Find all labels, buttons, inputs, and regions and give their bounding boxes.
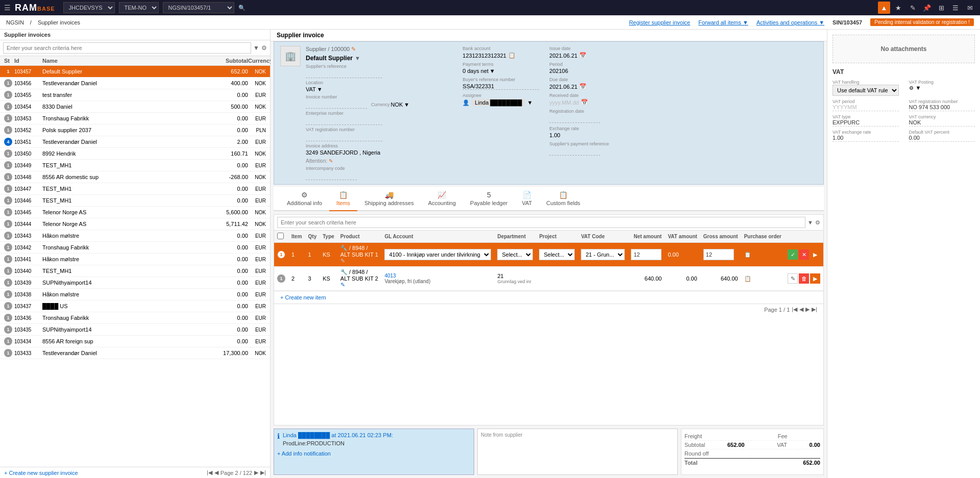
bank-edit-icon[interactable]: 📋 [508,52,516,59]
vat-handling-select[interactable]: Use default VAT rules [832,85,899,96]
attention-edit-icon[interactable]: ✎ [329,158,333,164]
po-copy-icon[interactable]: 📋 [744,251,751,258]
invoice-list-item[interactable]: 1 103442 Tronshaug Fabrikk 0.00 EUR [0,242,270,254]
page-first[interactable]: |◀ [207,469,212,476]
vat-code-select[interactable]: 21 - Grun... [581,249,625,260]
invoice-list-item[interactable]: 1 103434 8556 AR foreign sup 0.00 EUR [0,336,270,347]
invoice-list-item[interactable]: 1 103437 ████ US 0.00 EUR [0,300,270,312]
nav-icon-orange[interactable]: ▲ [878,2,890,14]
select-all-checkbox[interactable] [277,233,284,239]
gl-account-select[interactable]: 4100 - Innkjøp varer under tilvirkning [384,249,491,260]
department-select[interactable]: Select... [497,249,533,260]
due-date-calendar[interactable]: 📅 [579,83,586,90]
invoice-list-item[interactable]: 4 103451 Testleverandør Daniel 2.00 EUR [0,136,270,148]
nav-icon-mail[interactable]: ✉ [964,2,976,14]
location-dropdown[interactable]: ▼ [317,86,323,92]
invoice-list-item[interactable]: 1 103445 Telenor Norge AS 5,600.00 NOK [0,207,270,218]
product-link-icon[interactable]: ✎ [340,258,345,264]
status-circle: 1 [4,243,12,251]
nav-icon-star[interactable]: ★ [892,2,904,14]
gross-amount-input[interactable] [703,249,734,260]
invoice-list-item[interactable]: 1 103441 Håkon møIstre 0.00 EUR [0,254,270,265]
items-search-input[interactable] [277,217,805,228]
items-page-last[interactable]: ▶| [812,306,817,313]
delete-btn[interactable]: 🗑 [799,273,809,284]
invoice-list-item[interactable]: 1 103454 8330 Daniel 500.00 NOK [0,101,270,113]
nav-icon-edit[interactable]: ✎ [906,2,919,14]
page-last[interactable]: ▶| [260,469,266,476]
issue-date-calendar[interactable]: 📅 [579,52,586,59]
table-row[interactable]: 1 2 3 KS 🔧 / 8948 / ALT SUB KIT 2 ✎ 4013… [274,267,823,291]
invoice-list-item[interactable]: 1 103447 TEST_MH1 0.00 EUR [0,183,270,195]
fee-label: Fee [778,433,788,439]
tab-payable-ledger[interactable]: 5 Payable ledger [463,187,514,211]
items-settings-icon[interactable]: ⚙ [815,219,820,226]
register-invoice-link[interactable]: Register supplier invoice [629,19,690,26]
invoice-list-item[interactable]: 1 103453 Tronshaug Fabrikk 0.00 EUR [0,113,270,124]
expand-btn[interactable]: ▶ [810,273,820,284]
net-amount-input[interactable] [631,249,662,260]
invoice-list-item[interactable]: 1 103444 Telenor Norge AS 5,711.42 NOK [0,218,270,230]
supplier-dropdown-btn[interactable]: ▼ [355,55,360,61]
tab-shipping[interactable]: 🚚 Shipping addresses [357,187,421,211]
items-page-next[interactable]: ▶ [805,306,810,313]
product-link-icon[interactable]: ✎ [340,282,345,288]
table-row[interactable]: 1 1 1 KS 🔧 / 8948 / ALT SUB KIT 1 ✎ 4100… [274,243,823,267]
items-page-first[interactable]: |◀ [792,306,797,313]
tab-vat-tab[interactable]: 📄 VAT [514,187,539,211]
invoice-list-item[interactable]: 1 103452 Polsk supplier 2037 0.00 PLN [0,124,270,136]
edit-btn[interactable]: ✎ [788,273,798,284]
invoice-list-item[interactable]: 1 103457 Default Supplier 652.00 NOK [0,66,270,78]
nav-icon-grid[interactable]: ⊞ [935,2,947,14]
invoice-list-item[interactable]: 1 103440 TEST_MH1 0.00 EUR [0,265,270,277]
supplier-note-input[interactable] [481,440,674,470]
tab-additional-info[interactable]: ⚙ Additional info [280,187,329,211]
invoice-list-item[interactable]: 1 103438 Håkon møIstre 0.00 EUR [0,289,270,300]
add-notification-link[interactable]: + Add info notification [277,450,331,457]
cancel-btn[interactable]: ✕ [799,249,809,260]
search-settings-icon[interactable]: ⚙ [261,44,267,52]
items-filter-icon[interactable]: ▼ [807,219,813,225]
invoice-list-item[interactable]: 1 103443 Håkon møIstre 0.00 EUR [0,230,270,242]
invoice-list-item[interactable]: 1 103436 Tronshaug Fabrikk 0.00 EUR [0,312,270,324]
page-next[interactable]: ▶ [254,469,258,476]
invoice-list-item[interactable]: 1 103439 SUPNithyaimport14 0.00 EUR [0,277,270,289]
invoice-list-item[interactable]: 1 103455 test transfer 0.00 EUR [0,89,270,101]
invoice-subtotal: 5,711.42 [217,221,248,227]
nav-icon-pin[interactable]: 📌 [921,2,933,14]
invoice-list-item[interactable]: 1 103433 Testleverandør Daniel 17,300.00… [0,347,270,359]
invoice-list-item[interactable]: 1 103456 Testleverandør Daniel 400.00 NO… [0,78,270,89]
forward-all-link[interactable]: Forward all items ▼ [698,19,748,26]
currency-dropdown[interactable]: ▼ [404,102,409,108]
invoice-list-item[interactable]: 1 103449 TEST_MH1 0.00 EUR [0,160,270,171]
add-item-link[interactable]: + Create new item [274,291,823,304]
payment-terms-dropdown[interactable]: ▼ [489,68,495,74]
items-page-prev[interactable]: ◀ [799,306,803,313]
environment-dropdown[interactable]: TEM-NO [119,2,159,13]
po-copy-icon[interactable]: 📋 [744,275,751,282]
activities-link[interactable]: Activities and operations ▼ [756,19,824,26]
record-search-icon[interactable]: 🔍 [238,5,246,11]
invoice-list-item[interactable]: 1 103435 SUPNithyaimport14 0.00 EUR [0,324,270,336]
invoice-list-item[interactable]: 1 103448 8556 AR domestic sup -268.00 NO… [0,171,270,183]
tab-accounting[interactable]: 📈 Accounting [421,187,463,211]
invoice-list-item[interactable]: 1 103446 TEST_MH1 0.00 EUR [0,195,270,207]
project-select[interactable]: Select... [539,249,575,260]
company-dropdown[interactable]: JHCDEVSYS [63,2,115,13]
supplier-link-icon[interactable]: ✎ [351,46,356,52]
expand-btn[interactable]: ▶ [810,249,820,260]
confirm-btn[interactable]: ✓ [788,249,798,260]
tab-items[interactable]: 📋 Items [329,187,357,211]
assignee-dropdown[interactable]: ▼ [527,99,533,106]
vat-posting-dropdown[interactable]: ▼ [916,85,921,91]
tab-custom-fields[interactable]: 📋 Custom fields [539,187,587,211]
hamburger-menu[interactable]: ☰ [4,4,11,12]
invoice-search-input[interactable] [3,42,251,54]
received-date-calendar[interactable]: 📅 [581,99,588,106]
create-new-invoice-link[interactable]: + Create new supplier invoice [4,470,78,476]
record-dropdown[interactable]: NGSIN/103457/1 [163,2,234,13]
nav-icon-menu[interactable]: ☰ [949,2,962,14]
invoice-list-item[interactable]: 1 103450 8992 Hendrik 160.71 NOK [0,148,270,160]
page-prev[interactable]: ◀ [214,469,218,476]
search-filter-icon[interactable]: ▼ [253,44,259,52]
